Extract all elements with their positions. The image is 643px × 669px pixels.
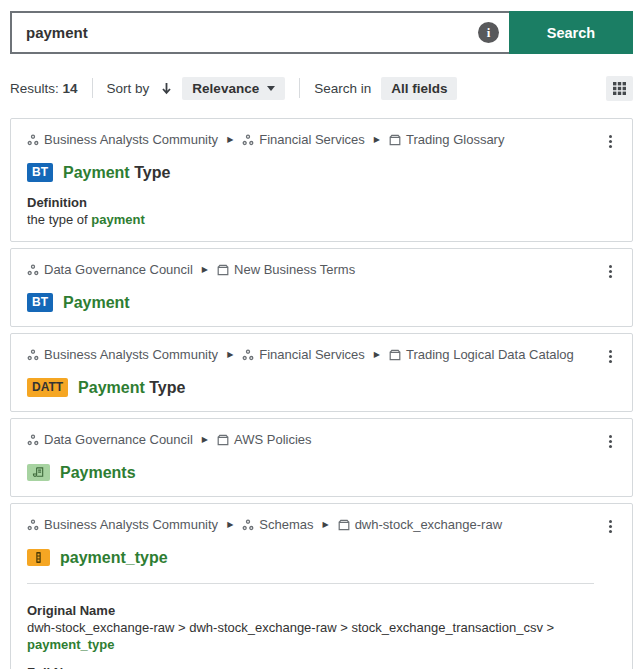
results-list: Business Analysts Community▶Financial Se… <box>10 118 633 669</box>
community-icon <box>242 349 254 361</box>
more-actions-button[interactable] <box>602 517 618 535</box>
breadcrumb: Business Analysts Community▶Financial Se… <box>27 347 602 363</box>
more-actions-button[interactable] <box>602 132 618 150</box>
breadcrumb-label: Business Analysts Community <box>44 517 218 533</box>
field-value: dwh-stock_exchange-raw > dwh-stock_excha… <box>27 619 618 653</box>
result-card: Data Governance Council▶AWS Policies Pay… <box>10 418 633 497</box>
title-highlight: Payment <box>63 164 130 181</box>
folder-icon <box>389 134 401 146</box>
search-in-filter[interactable]: All fields <box>381 77 457 100</box>
policy-scroll-badge <box>27 464 50 481</box>
breadcrumb-item[interactable]: Business Analysts Community <box>27 347 218 363</box>
community-icon <box>27 434 39 446</box>
breadcrumb-label: Trading Logical Data Catalog <box>406 347 574 363</box>
sort-direction-icon[interactable] <box>161 82 172 95</box>
results-count-label: Results: 14 <box>10 81 78 96</box>
result-title[interactable]: Payment Type <box>63 162 170 183</box>
more-actions-button[interactable] <box>602 432 618 450</box>
folder-icon <box>217 434 229 446</box>
field-label: Full Name <box>27 665 618 669</box>
type-badge: DATT <box>27 378 68 397</box>
search-in-label: Search in <box>314 81 371 96</box>
grid-icon <box>612 81 627 96</box>
community-icon <box>27 519 39 531</box>
breadcrumb-arrow-icon: ▶ <box>227 347 233 363</box>
breadcrumb-item[interactable]: Financial Services <box>242 132 365 148</box>
field: Original Namedwh-stock_exchange-raw > dw… <box>27 603 618 653</box>
breadcrumb-label: Data Governance Council <box>44 432 193 448</box>
title-text: Type <box>145 379 186 396</box>
result-card: Business Analysts Community▶Financial Se… <box>10 333 633 412</box>
breadcrumb-label: Business Analysts Community <box>44 132 218 148</box>
more-actions-button[interactable] <box>602 262 618 280</box>
breadcrumb-item[interactable]: Financial Services <box>242 347 365 363</box>
community-icon <box>27 349 39 361</box>
search-button[interactable]: Search <box>509 11 633 54</box>
folder-icon <box>338 519 350 531</box>
breadcrumb-label: Financial Services <box>259 347 365 363</box>
kebab-icon <box>609 265 612 268</box>
breadcrumb-item[interactable]: Data Governance Council <box>27 432 193 448</box>
breadcrumb-item[interactable]: Schemas <box>242 517 313 533</box>
result-title[interactable]: Payment <box>63 292 130 313</box>
results-toolbar: Results: 14 Sort by Relevance Search in … <box>10 75 633 101</box>
breadcrumb-item[interactable]: Data Governance Council <box>27 262 193 278</box>
result-title[interactable]: payment_type <box>60 547 168 568</box>
breadcrumb: Business Analysts Community▶Schemas▶dwh-… <box>27 517 602 533</box>
info-icon[interactable] <box>478 22 499 43</box>
column-badge <box>27 549 50 566</box>
breadcrumb-item[interactable]: Business Analysts Community <box>27 132 218 148</box>
kebab-icon <box>609 520 612 523</box>
breadcrumb-arrow-icon: ▶ <box>227 517 233 533</box>
breadcrumb-item[interactable]: AWS Policies <box>217 432 312 448</box>
divider <box>27 583 594 584</box>
field-label: Original Name <box>27 603 618 619</box>
breadcrumb-label: Schemas <box>259 517 313 533</box>
breadcrumb: Data Governance Council▶AWS Policies <box>27 432 602 448</box>
community-icon <box>27 264 39 276</box>
breadcrumb-label: Financial Services <box>259 132 365 148</box>
community-icon <box>242 519 254 531</box>
field-text: the type of <box>27 212 91 227</box>
result-title[interactable]: Payment Type <box>78 377 185 398</box>
field-value: the type of payment <box>27 211 618 228</box>
breadcrumb-arrow-icon: ▶ <box>227 132 233 148</box>
sort-by-label: Sort by <box>107 81 150 96</box>
result-card: Business Analysts Community▶Schemas▶dwh-… <box>10 503 633 669</box>
breadcrumb-label: AWS Policies <box>234 432 312 448</box>
title-highlight: payment_type <box>60 549 168 566</box>
result-fields: Definitionthe type of payment <box>27 195 618 228</box>
more-actions-button[interactable] <box>602 347 618 365</box>
result-fields: Original Namedwh-stock_exchange-raw > dw… <box>27 583 618 669</box>
breadcrumb-item[interactable]: Business Analysts Community <box>27 517 218 533</box>
title-highlight: Payment <box>63 294 130 311</box>
breadcrumb-item[interactable]: New Business Terms <box>217 262 355 278</box>
breadcrumb: Data Governance Council▶New Business Ter… <box>27 262 602 278</box>
breadcrumb-arrow-icon: ▶ <box>374 347 380 363</box>
grid-view-button[interactable] <box>606 76 633 101</box>
title-highlight: Payment <box>78 379 145 396</box>
folder-icon <box>389 349 401 361</box>
breadcrumb-arrow-icon: ▶ <box>202 432 208 448</box>
search-bar: Search <box>10 11 633 54</box>
divider <box>299 78 300 98</box>
breadcrumb-item[interactable]: Trading Logical Data Catalog <box>389 347 574 363</box>
title-highlight: Payments <box>60 464 136 481</box>
breadcrumb-label: dwh-stock_exchange-raw <box>355 517 502 533</box>
type-badge: BT <box>27 293 53 312</box>
search-input-wrap <box>10 11 509 54</box>
search-input[interactable] <box>26 24 478 41</box>
breadcrumb-item[interactable]: Trading Glossary <box>389 132 505 148</box>
breadcrumb-item[interactable]: dwh-stock_exchange-raw <box>338 517 502 533</box>
result-title[interactable]: Payments <box>60 462 136 483</box>
search-results-page: Search Results: 14 Sort by Relevance Sea… <box>0 0 643 669</box>
search-in-value: All fields <box>391 81 447 96</box>
breadcrumb-label: New Business Terms <box>234 262 355 278</box>
breadcrumb-label: Data Governance Council <box>44 262 193 278</box>
type-badge: BT <box>27 163 53 182</box>
community-icon <box>242 134 254 146</box>
field-label: Definition <box>27 195 618 211</box>
breadcrumb-label: Trading Glossary <box>406 132 505 148</box>
breadcrumb: Business Analysts Community▶Financial Se… <box>27 132 602 148</box>
sort-value-dropdown[interactable]: Relevance <box>182 77 285 100</box>
